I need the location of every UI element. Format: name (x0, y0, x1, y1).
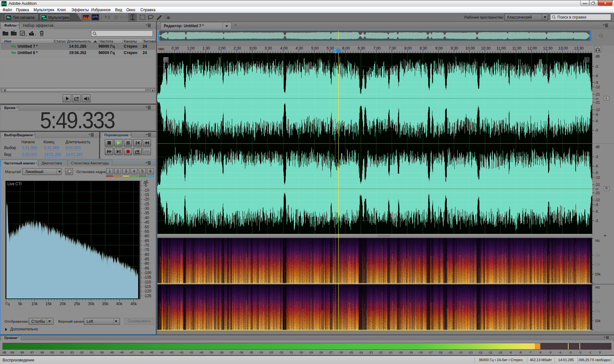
svg-text:-25: -25 (349, 351, 353, 354)
svg-text:-9: -9 (595, 171, 598, 175)
svg-text:-3: -3 (595, 219, 598, 223)
svg-text:-11: -11 (488, 351, 492, 354)
svg-text:-59: -59 (10, 351, 14, 354)
svg-text:-49: -49 (109, 351, 114, 354)
svg-text:-38: -38 (219, 351, 224, 354)
svg-text:-17: -17 (428, 351, 433, 354)
svg-text:-21: -21 (595, 191, 600, 195)
svg-text:20k: 20k (595, 263, 601, 266)
svg-text:-7: -7 (529, 351, 531, 354)
svg-text:-18: -18 (418, 351, 423, 354)
svg-text:-14: -14 (458, 351, 463, 354)
svg-text:-42: -42 (179, 351, 184, 354)
svg-text:-9: -9 (595, 113, 598, 116)
svg-text:-12: -12 (595, 176, 600, 179)
svg-text:-12: -12 (595, 108, 600, 112)
svg-text:-23: -23 (368, 351, 373, 354)
svg-text:-50: -50 (99, 351, 104, 354)
svg-text:10k: 10k (595, 272, 601, 276)
svg-text:-40: -40 (199, 351, 203, 354)
svg-text:-41: -41 (189, 351, 193, 354)
svg-text:-3: -3 (595, 155, 598, 159)
svg-text:-∞: -∞ (595, 97, 599, 100)
svg-text:-13: -13 (468, 351, 473, 354)
svg-text:-20: -20 (398, 351, 403, 354)
svg-text:-52: -52 (79, 351, 84, 354)
svg-text:-53: -53 (69, 351, 74, 354)
svg-text:-56: -56 (40, 351, 44, 354)
svg-text:-33: -33 (269, 351, 273, 354)
svg-text:-6: -6 (595, 210, 598, 213)
svg-text:30k: 30k (595, 253, 601, 257)
svg-text:20k: 20k (595, 309, 601, 313)
svg-text:0: 0 (599, 351, 601, 354)
svg-text:-6: -6 (595, 119, 598, 123)
svg-text:Hz: Hz (595, 239, 600, 242)
svg-text:-47: -47 (129, 351, 134, 354)
svg-text:-16: -16 (438, 351, 443, 354)
svg-text:-15: -15 (448, 351, 453, 354)
svg-text:-9: -9 (595, 203, 598, 207)
svg-text:-22: -22 (378, 351, 383, 354)
svg-text:-30: -30 (299, 351, 303, 354)
svg-text:-12: -12 (595, 85, 600, 89)
svg-text:-28: -28 (319, 351, 323, 354)
svg-text:-1: -1 (589, 351, 591, 354)
svg-text:-46: -46 (139, 351, 144, 354)
svg-text:-36: -36 (239, 351, 243, 354)
svg-text:-58: -58 (20, 351, 24, 354)
svg-text:10k: 10k (595, 319, 601, 323)
svg-text:-12: -12 (478, 351, 483, 354)
svg-text:-54: -54 (59, 351, 64, 354)
svg-text:-∞: -∞ (595, 187, 599, 191)
svg-text:-21: -21 (595, 100, 600, 104)
svg-text:-21: -21 (595, 92, 600, 96)
svg-text:-39: -39 (209, 351, 213, 354)
svg-text:-2: -2 (579, 351, 581, 354)
svg-text:-34: -34 (259, 351, 263, 354)
svg-text:-57: -57 (29, 351, 34, 354)
svg-text:-35: -35 (249, 351, 253, 354)
svg-text:-10: -10 (498, 351, 502, 354)
svg-text:30k: 30k (595, 300, 601, 304)
svg-text:Hz: Hz (595, 285, 600, 289)
svg-text:-27: -27 (328, 351, 333, 354)
svg-text:-44: -44 (159, 351, 164, 354)
svg-text:-3: -3 (569, 351, 571, 354)
svg-text:-51: -51 (89, 351, 94, 354)
svg-text:-3: -3 (595, 65, 598, 68)
svg-text:-43: -43 (169, 351, 174, 354)
svg-text:-12: -12 (595, 198, 600, 202)
svg-text:dB: dB (595, 145, 600, 149)
svg-text:-21: -21 (388, 351, 393, 354)
svg-text:-5: -5 (549, 351, 551, 354)
svg-text:-19: -19 (408, 351, 413, 354)
svg-text:-26: -26 (339, 351, 343, 354)
svg-text:-48: -48 (119, 351, 124, 354)
svg-text:dB: dB (595, 54, 600, 58)
svg-text:-21: -21 (595, 183, 600, 186)
svg-text:-45: -45 (149, 351, 154, 354)
svg-text:-6: -6 (595, 164, 598, 168)
svg-text:dB: dB (3, 351, 6, 354)
svg-text:-6: -6 (595, 74, 598, 78)
svg-text:-6: -6 (539, 351, 541, 354)
svg-text:-24: -24 (358, 351, 363, 354)
svg-text:-37: -37 (229, 351, 233, 354)
svg-text:-9: -9 (509, 351, 512, 354)
svg-text:-55: -55 (50, 351, 54, 354)
svg-text:-9: -9 (595, 81, 598, 84)
svg-text:-8: -8 (519, 351, 522, 354)
svg-text:-31: -31 (289, 351, 293, 354)
svg-text:-29: -29 (309, 351, 313, 354)
svg-text:-32: -32 (279, 351, 283, 354)
svg-text:-4: -4 (559, 351, 561, 354)
svg-text:-3: -3 (595, 128, 598, 132)
